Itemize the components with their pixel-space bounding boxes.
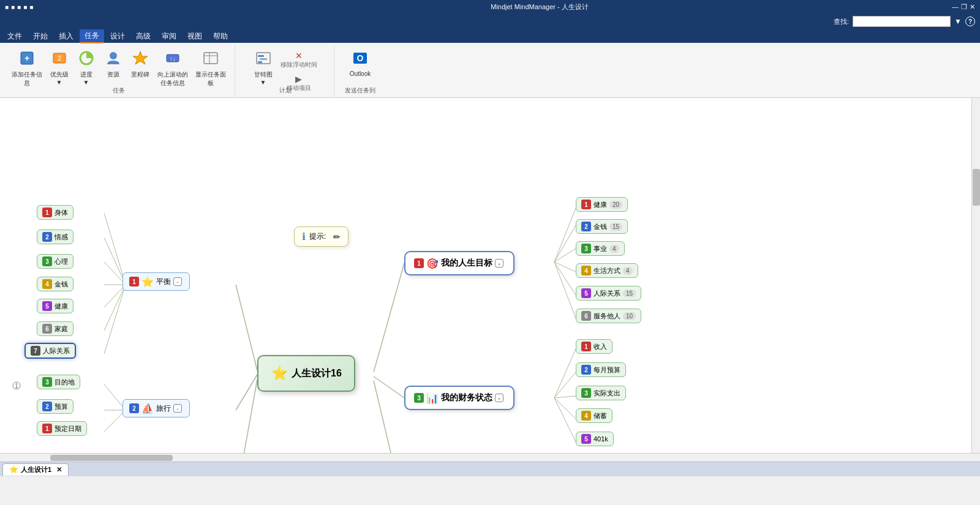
life-goal-expand[interactable]: - <box>495 259 503 267</box>
show-task-panel-icon <box>202 50 219 69</box>
travel-expand[interactable]: - <box>173 404 182 413</box>
lg-child-0[interactable]: 1 健康 20 <box>576 197 628 212</box>
svg-text:+: + <box>24 53 29 63</box>
maximize-btn[interactable]: ❐ <box>961 3 967 11</box>
svg-line-19 <box>374 376 404 398</box>
titlebar-controls: — ❐ ✕ <box>952 3 975 11</box>
close-btn[interactable]: ✕ <box>970 3 975 11</box>
ribbon-group-task: + 添加任务信息 2 优先级 ▼ <box>2 45 235 97</box>
ribbon-group-send-label: 发送任务到 <box>345 86 375 96</box>
balance-child-1[interactable]: 2 情感 <box>37 230 74 244</box>
balance-child-5[interactable]: 6 家庭 <box>37 321 74 336</box>
svg-line-48 <box>554 398 576 442</box>
finance-node[interactable]: 3 📊 我的财务状态 - <box>404 386 514 410</box>
lg-num-5: 10 <box>623 312 636 320</box>
scroll-task-btn[interactable]: ↑↓ 向上滚动的任务信息 <box>154 48 191 89</box>
lg-child-4-label: 人际关系 <box>594 289 620 298</box>
show-task-panel-btn[interactable]: 显示任务面板 <box>192 48 229 89</box>
svg-line-42 <box>554 262 576 295</box>
vertical-scrollbar[interactable] <box>971 98 980 453</box>
lg-child-3[interactable]: 4 生活方式 4 <box>576 263 638 278</box>
remove-float-btn[interactable]: ✕ 移除浮动时间 <box>277 49 320 71</box>
add-task-info-btn[interactable]: + 添加任务信息 <box>9 48 45 89</box>
svg-line-45 <box>554 372 576 398</box>
menu-file[interactable]: 文件 <box>2 30 27 43</box>
finance-icon: 📊 <box>426 392 439 404</box>
center-node[interactable]: ⭐ 人生设计16 <box>257 355 355 392</box>
travel-child-1[interactable]: 2 预算 <box>37 399 74 414</box>
fin-child-0[interactable]: 1 收入 <box>576 339 612 354</box>
balance-child-6[interactable]: 7 人际关系 <box>24 343 76 359</box>
lg-num-2: 4 <box>609 245 619 253</box>
searchbar: 查找: ▼ ? <box>0 13 980 29</box>
fin-child-4-label: 401k <box>594 435 608 443</box>
progress-dropdown[interactable]: ▼ <box>83 79 89 86</box>
show-task-panel-label: 显示任务面板 <box>195 70 226 88</box>
svg-line-41 <box>554 262 576 272</box>
progress-btn[interactable]: 进度 ▼ <box>74 48 99 88</box>
menu-view[interactable]: 视图 <box>183 30 207 43</box>
milestone-btn[interactable]: 里程碑 <box>127 48 153 81</box>
hscroll-bar[interactable] <box>50 455 173 461</box>
lg-child-5[interactable]: 6 服务他人 10 <box>576 309 641 323</box>
lg-child-1[interactable]: 2 金钱 15 <box>576 219 628 234</box>
milestone-label: 里程碑 <box>131 70 149 79</box>
lg-child-4[interactable]: 5 人际关系 15 <box>576 286 641 301</box>
balance-expand[interactable]: - <box>173 277 182 286</box>
balance-node[interactable]: 1 ⭐ 平衡 - <box>123 272 190 291</box>
fin-child-2[interactable]: 3 实际支出 <box>576 386 626 400</box>
balance-child-0[interactable]: 1 身体 <box>37 205 74 220</box>
fin-child-3-label: 储蓄 <box>594 411 607 421</box>
outlook-btn[interactable]: O Outlook <box>347 48 374 79</box>
svg-line-44 <box>554 349 576 398</box>
priority-btn[interactable]: 2 优先级 ▼ <box>47 48 72 88</box>
travel-node[interactable]: 2 ⛵ 旅行 - <box>123 399 190 417</box>
balance-child-2[interactable]: 3 心理 <box>37 254 74 269</box>
travel-badge: 2 <box>129 403 139 413</box>
balance-child-4[interactable]: 5 健康 <box>37 299 74 313</box>
menu-design[interactable]: 设计 <box>105 30 130 43</box>
minimize-btn[interactable]: — <box>952 3 959 11</box>
search-help-btn[interactable]: ? <box>965 17 975 26</box>
scrollbar-thumb[interactable] <box>973 169 980 206</box>
menu-task[interactable]: 任务 <box>80 29 104 43</box>
gantt-btn[interactable]: 甘特图 ▼ <box>251 48 276 88</box>
tab-life-design[interactable]: ⭐ 人生设计1 ✕ <box>2 463 69 476</box>
priority-dropdown[interactable]: ▼ <box>56 79 62 86</box>
tooltip-edit-icon[interactable]: ✏ <box>333 232 341 242</box>
titlebar-title: Mindjet MindManager - 人生设计 <box>491 2 589 12</box>
menu-insert[interactable]: 插入 <box>54 30 78 43</box>
balance-child-0-label: 身体 <box>55 208 68 217</box>
svg-line-23 <box>236 380 257 453</box>
balance-child-3[interactable]: 4 金钱 <box>37 277 74 291</box>
search-dropdown-btn[interactable]: ▼ <box>954 17 962 26</box>
travel-child-2[interactable]: 1 预定日期 <box>37 421 87 436</box>
gantt-icon <box>255 50 272 69</box>
travel-child-0[interactable]: 3 目的地 <box>37 375 80 389</box>
search-input[interactable] <box>853 16 951 27</box>
svg-line-38 <box>554 208 576 262</box>
fin-child-3[interactable]: 4 储蓄 <box>576 408 612 423</box>
fin-child-1[interactable]: 2 每月预算 <box>576 362 626 377</box>
svg-point-53 <box>13 382 20 389</box>
gantt-dropdown[interactable]: ▼ <box>260 79 266 86</box>
lg-child-2[interactable]: 3 事业 4 <box>576 241 625 256</box>
fin-child-4[interactable]: 5 401k <box>576 432 614 446</box>
travel-child-0-label: 目的地 <box>55 378 75 387</box>
balance-child-6-label: 人际关系 <box>43 346 70 356</box>
svg-line-18 <box>374 263 404 372</box>
menu-help[interactable]: 帮助 <box>208 30 233 43</box>
finance-expand[interactable]: - <box>495 394 503 402</box>
svg-rect-15 <box>258 61 262 63</box>
resource-btn[interactable]: 资源 <box>100 48 126 81</box>
travel-child-1-label: 预算 <box>55 402 68 411</box>
svg-text:2: 2 <box>57 54 61 62</box>
menu-review[interactable]: 审阅 <box>157 30 181 43</box>
outlook-label: Outlook <box>350 70 371 77</box>
menu-start[interactable]: 开始 <box>28 30 53 43</box>
lg-child-5-label: 服务他人 <box>594 312 620 321</box>
tab-close[interactable]: ✕ <box>56 466 62 474</box>
center-label: 人生设计16 <box>292 367 342 380</box>
life-goal-node[interactable]: 1 🎯 我的人生目标 - <box>404 251 514 275</box>
menu-advanced[interactable]: 高级 <box>131 30 156 43</box>
